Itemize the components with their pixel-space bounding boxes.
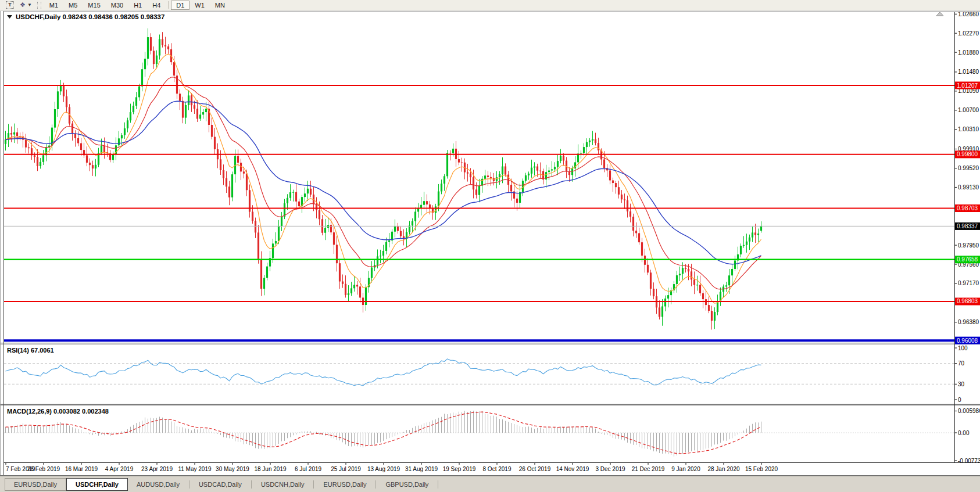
chart-tab-eurusd-5[interactable]: EURUSD,Daily <box>314 479 375 490</box>
svg-text:8 Oct 2019: 8 Oct 2019 <box>483 466 512 472</box>
chart-area[interactable]: USDCHF,Daily 0.98243 0.98436 0.98205 0.9… <box>0 11 980 476</box>
indicators-button[interactable]: ❖ ▼ <box>17 1 34 10</box>
toolbar-separator <box>168 1 169 9</box>
timeframe-button-group: M1M5M15M30H1H4D1W1MN <box>44 1 230 10</box>
svg-text:0.96803: 0.96803 <box>957 298 978 304</box>
chart-tab-eurusd-0[interactable]: EURUSD,Daily <box>5 478 66 491</box>
chart-tab-usdcad-3[interactable]: USDCAD,Daily <box>190 479 251 490</box>
text-tool-button[interactable]: T <box>3 1 16 10</box>
svg-text:9 Jan 2020: 9 Jan 2020 <box>671 466 700 472</box>
svg-text:1.02660: 1.02660 <box>958 11 979 17</box>
svg-text:0.99130: 0.99130 <box>958 184 979 191</box>
svg-text:19 Sep 2019: 19 Sep 2019 <box>443 466 476 472</box>
text-tool-icon: T <box>6 1 14 9</box>
tab-divider <box>251 480 252 489</box>
svg-text:0.98337: 0.98337 <box>957 223 978 229</box>
tab-divider <box>438 480 438 489</box>
timeframe-button-h4[interactable]: H4 <box>147 1 166 10</box>
timeframe-button-w1[interactable]: W1 <box>189 1 210 10</box>
svg-text:0.97658: 0.97658 <box>957 256 978 263</box>
svg-text:26 Feb 2019: 26 Feb 2019 <box>27 466 60 472</box>
svg-text:1.00310: 1.00310 <box>958 126 979 132</box>
chart-title-ohlc: USDCHF,Daily 0.98243 0.98436 0.98205 0.9… <box>16 13 164 20</box>
svg-text:31 Aug 2019: 31 Aug 2019 <box>405 466 438 472</box>
svg-text:11 May 2019: 11 May 2019 <box>178 466 212 472</box>
indicators-icon: ❖ <box>20 2 26 8</box>
timeframe-button-m1[interactable]: M1 <box>44 1 63 10</box>
dropdown-caret-icon: ▼ <box>27 2 32 8</box>
svg-text:0.97950: 0.97950 <box>958 242 979 249</box>
svg-text:70: 70 <box>958 360 965 367</box>
timeframe-button-d1[interactable]: D1 <box>171 1 189 10</box>
svg-text:1.01480: 1.01480 <box>958 69 979 75</box>
timeframe-button-m15[interactable]: M15 <box>83 1 105 10</box>
timeframe-button-m30[interactable]: M30 <box>106 1 128 10</box>
svg-text:0.99520: 0.99520 <box>958 165 979 171</box>
macd-label: MACD(12,26,9) 0.003082 0.002348 <box>7 408 109 415</box>
svg-text:-0.007737: -0.007737 <box>958 458 980 464</box>
top-toolbar: T ❖ ▼ M1M5M15M30H1H4D1W1MN <box>0 0 980 10</box>
svg-text:0.96008: 0.96008 <box>957 337 978 344</box>
svg-text:0.98703: 0.98703 <box>957 205 978 211</box>
svg-text:15 Feb 2020: 15 Feb 2020 <box>745 466 778 472</box>
svg-text:18 Jun 2019: 18 Jun 2019 <box>254 466 286 472</box>
bottom-tab-bar: EURUSD,DailyUSDCHF,DailyAUDUSD,DailyUSDC… <box>0 476 980 492</box>
svg-text:1.00700: 1.00700 <box>958 107 979 113</box>
svg-text:30: 30 <box>958 381 965 387</box>
svg-text:0.97170: 0.97170 <box>958 280 979 286</box>
svg-text:1.02270: 1.02270 <box>958 30 979 37</box>
svg-text:0: 0 <box>958 397 961 403</box>
chart-tab-audusd-2[interactable]: AUDUSD,Daily <box>128 479 188 490</box>
svg-text:6 Jul 2019: 6 Jul 2019 <box>295 466 322 472</box>
timeframe-button-h1[interactable]: H1 <box>128 1 147 10</box>
svg-text:25 Jul 2019: 25 Jul 2019 <box>331 466 361 472</box>
tab-divider <box>375 480 376 489</box>
svg-text:16 Mar 2019: 16 Mar 2019 <box>65 466 98 472</box>
svg-text:1.01880: 1.01880 <box>958 49 979 56</box>
svg-text:4 Apr 2019: 4 Apr 2019 <box>105 466 134 472</box>
rsi-label: RSI(14) 67.0061 <box>7 347 54 354</box>
svg-text:0.005986: 0.005986 <box>958 408 980 414</box>
svg-text:0.99800: 0.99800 <box>957 151 978 157</box>
svg-text:100: 100 <box>958 345 968 351</box>
svg-text:0.96380: 0.96380 <box>958 319 979 325</box>
tab-divider <box>189 480 189 489</box>
svg-text:23 Apr 2019: 23 Apr 2019 <box>141 466 173 472</box>
svg-text:26 Oct 2019: 26 Oct 2019 <box>519 466 551 472</box>
chart-tab-usdcnh-4[interactable]: USDCNH,Daily <box>252 479 313 490</box>
timeframe-button-mn[interactable]: MN <box>210 1 230 10</box>
chart-tab-gbpusd-6[interactable]: GBPUSD,Daily <box>377 479 437 490</box>
timeframe-button-m5[interactable]: M5 <box>63 1 83 10</box>
svg-text:3 Dec 2019: 3 Dec 2019 <box>595 466 625 472</box>
svg-text:28 Jan 2020: 28 Jan 2020 <box>707 466 739 472</box>
tab-divider <box>313 480 314 489</box>
svg-text:0.00: 0.00 <box>958 430 970 436</box>
chart-tab-usdchf-1[interactable]: USDCHF,Daily <box>66 478 128 491</box>
svg-text:14 Nov 2019: 14 Nov 2019 <box>556 466 589 472</box>
svg-text:13 Aug 2019: 13 Aug 2019 <box>367 466 400 472</box>
svg-text:1.01207: 1.01207 <box>957 82 978 89</box>
svg-text:30 May 2019: 30 May 2019 <box>216 466 249 472</box>
toolbar-grip-handle[interactable] <box>37 2 41 9</box>
svg-text:21 Dec 2019: 21 Dec 2019 <box>632 466 665 472</box>
